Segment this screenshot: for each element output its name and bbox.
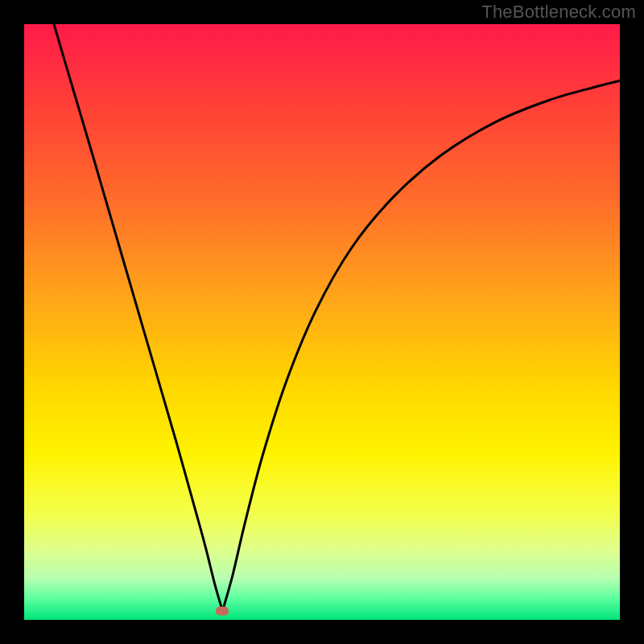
gradient-background [24,24,620,620]
plot-area [24,24,620,620]
bottleneck-marker [216,606,229,615]
chart-svg [24,24,620,620]
chart-frame: TheBottleneck.com [0,0,644,644]
watermark-text: TheBottleneck.com [481,2,636,23]
